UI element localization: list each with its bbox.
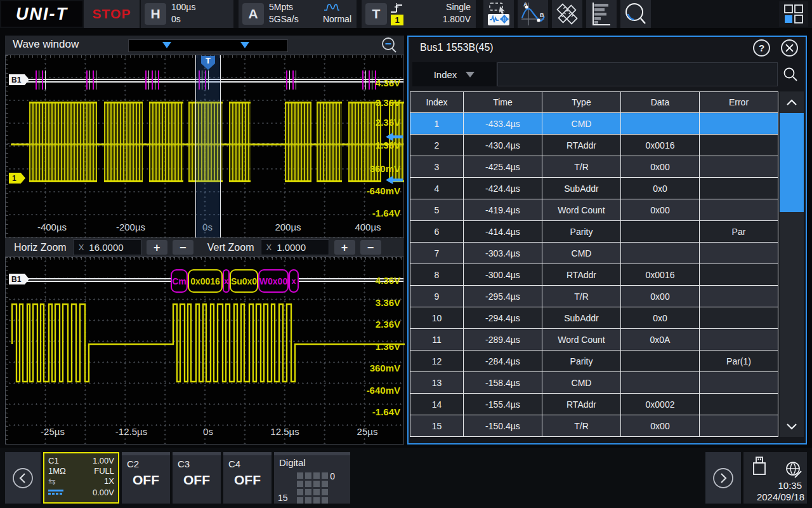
prev-page-button[interactable]	[5, 452, 41, 504]
wave-window: Wave window	[5, 36, 404, 444]
table-row[interactable]: 15-150.4µsT/R0x00	[410, 415, 778, 437]
zoom-region-band[interactable]	[195, 55, 221, 237]
cell-index: 15	[410, 415, 464, 437]
statistics-button[interactable]	[586, 0, 617, 28]
table-row[interactable]: 9-295.4µsT/R0x00	[410, 286, 778, 307]
table-row[interactable]: 10-294.4µsSubAddr0x0	[410, 307, 778, 329]
table-row[interactable]: 4-424.4µsSubAddr0x0	[410, 178, 778, 199]
table-row[interactable]: 8-300.4µsRTAddr0x0016	[410, 264, 778, 286]
table-row[interactable]: 13-158.4µsCMD	[410, 372, 778, 394]
brand-logo-text: UNI-T	[16, 4, 68, 24]
table-row[interactable]: 6-414.4µsParityPar	[410, 221, 778, 243]
table-row[interactable]: 2-430.4µsRTAddr0x0016	[410, 135, 778, 156]
vert-zoom-decrease-button[interactable]: −	[360, 240, 381, 255]
cell-time: -155.4µs	[464, 394, 542, 415]
scroll-up-button[interactable]	[780, 91, 804, 113]
search-button[interactable]	[779, 62, 802, 86]
zoom-waveform-plot[interactable]: B1 Cm 0x0016 x Su0x0 W0x00 x 4.36V 3.36V…	[5, 257, 404, 444]
cell-error	[700, 113, 778, 135]
voltage-axis-label: -1.64V	[343, 406, 400, 417]
channel-1-card[interactable]: C1 1.00V 1MΩ FULL ⇆ 1X 0.00V	[43, 452, 119, 504]
status-tile[interactable]: 10:35 2024/09/18	[743, 452, 807, 504]
table-row[interactable]: 11-289.4µsWord Count0x0A	[410, 329, 778, 351]
marker-triangle-icon[interactable]	[162, 42, 171, 48]
next-page-button[interactable]	[705, 452, 741, 504]
search-tool-button[interactable]	[620, 0, 651, 28]
horizontal-settings-button[interactable]: H 100µs 0s	[141, 0, 233, 28]
cell-index: 4	[410, 178, 464, 199]
measure-button[interactable]	[552, 0, 582, 28]
trigger-source-badge: 1	[391, 15, 403, 25]
channel-4-card[interactable]: C4 OFF	[223, 452, 272, 504]
channel-1-scale: 1.00V	[79, 456, 114, 465]
horiz-zoom-value-box[interactable]: X 16.0000	[73, 239, 141, 255]
horiz-zoom-increase-button[interactable]: +	[147, 240, 167, 255]
trigger-key-label: T	[365, 3, 387, 25]
trigger-settings-button[interactable]: T 1 Single 1.800V	[362, 0, 476, 28]
decode-bubble-data[interactable]: 0x0016	[188, 269, 223, 293]
scrollbar-track[interactable]	[780, 212, 804, 415]
vert-zoom-increase-button[interactable]: +	[334, 240, 355, 255]
marker-triangle-icon[interactable]	[240, 42, 249, 48]
brand-logo: UNI-T	[1, 1, 82, 27]
window-layout-button[interactable]	[779, 1, 808, 27]
time-axis-label: 0s	[180, 426, 237, 437]
cell-data	[621, 113, 700, 135]
run-stop-button[interactable]: STOP	[84, 0, 140, 28]
cell-index: 14	[410, 394, 464, 415]
voltage-axis-label: 360mV	[343, 163, 400, 174]
clock-time: 10:35	[778, 480, 802, 491]
table-row[interactable]: 5-419.4µsWord Count0x00	[410, 199, 778, 221]
search-field-dropdown[interactable]: Index	[412, 62, 496, 86]
cell-index: 1	[410, 113, 464, 135]
decode-bubble-x[interactable]: x	[289, 269, 299, 293]
cell-error	[700, 264, 778, 286]
digital-card[interactable]: Digital 0 15	[274, 452, 350, 504]
bus-activity-marks	[286, 70, 298, 90]
decode-bubble-subaddr[interactable]: Su0x0	[230, 269, 258, 293]
table-row[interactable]: 12-284.4µsParityPar(1)	[410, 351, 778, 372]
voltage-axis-label: 4.36V	[343, 275, 400, 286]
cell-type: T/R	[542, 286, 621, 307]
cell-data: 0x0	[621, 307, 700, 329]
acquire-settings-button[interactable]: A 5Mpts 5GSa/s Normal	[239, 0, 357, 28]
cell-time: -150.4µs	[464, 415, 542, 437]
channel1-burst-trace	[104, 102, 143, 182]
scroll-down-button[interactable]	[780, 415, 804, 437]
horizontal-key-label: H	[145, 3, 166, 25]
horiz-zoom-decrease-button[interactable]: −	[173, 240, 193, 255]
cell-index: 3	[410, 156, 464, 178]
cell-time: -294.4µs	[464, 307, 542, 329]
cell-time: -303.4µs	[464, 243, 542, 264]
close-button[interactable]	[781, 39, 798, 57]
decode-bubble-x[interactable]: x	[223, 269, 230, 293]
search-input[interactable]	[497, 62, 778, 86]
decode-bubble-cmd[interactable]: Cm	[171, 269, 188, 293]
waveform-position-bar[interactable]	[128, 39, 288, 52]
card-top-strip	[122, 452, 170, 455]
channel-2-card[interactable]: C2 OFF	[122, 452, 170, 504]
channel1-position-flag[interactable]: 1	[9, 173, 25, 184]
table-row[interactable]: 1-433.4µsCMD	[410, 113, 778, 135]
ruler-icon	[554, 1, 580, 27]
cell-index: 12	[410, 351, 464, 372]
math-ab-button[interactable]: A B	[518, 0, 548, 28]
cell-type: CMD	[542, 243, 621, 264]
cell-type: RTAddr	[542, 264, 621, 286]
digital-channel-grid-icon	[297, 472, 328, 504]
time-axis-label: -200µs	[102, 222, 159, 232]
zoom-out-button[interactable]	[381, 37, 398, 54]
table-row[interactable]: 14-155.4µsRTAddr0x0002	[410, 394, 778, 415]
table-row[interactable]: 7-303.4µsCMD	[410, 243, 778, 264]
cell-data	[621, 221, 700, 243]
channel-3-card[interactable]: C3 OFF	[173, 452, 221, 504]
scrollbar-thumb[interactable]	[780, 113, 804, 212]
select-move-tool-button[interactable]	[483, 0, 514, 28]
decode-bubble-wordcount[interactable]: W0x00	[258, 269, 289, 293]
table-row[interactable]: 3-425.4µsT/R0x00	[410, 156, 778, 178]
chevron-right-icon	[711, 466, 735, 490]
help-button[interactable]: ?	[753, 39, 770, 57]
main-waveform-plot[interactable]: T B1 1 4.36V 3.36V 2.36V 1.36V 360mV -64…	[5, 55, 404, 238]
bus1-label-flag[interactable]: B1	[9, 74, 29, 85]
vert-zoom-value-box[interactable]: X 1.0000	[261, 239, 329, 255]
